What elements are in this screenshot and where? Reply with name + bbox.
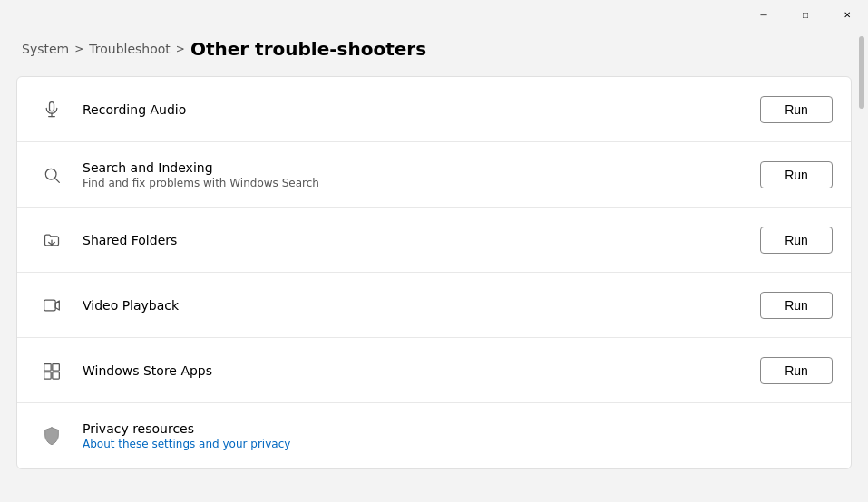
svg-rect-10	[53, 363, 60, 371]
svg-rect-9	[44, 363, 52, 371]
svg-rect-8	[44, 300, 56, 311]
list-item-shared-folders: Shared Folders Run	[17, 208, 851, 273]
list-item-windows-store-apps: Windows Store Apps Run	[17, 338, 851, 403]
list-item-search-indexing: Search and Indexing Find and fix problem…	[17, 142, 851, 208]
list-item-recording-audio: Recording Audio Run	[17, 77, 851, 142]
list-item-privacy: Privacy resources About these settings a…	[17, 403, 851, 468]
page-title: Other trouble-shooters	[190, 38, 426, 60]
svg-rect-11	[44, 372, 52, 379]
run-button-video-playback[interactable]: Run	[760, 292, 833, 319]
microphone-icon	[35, 93, 68, 126]
minimize-button[interactable]: ─	[743, 0, 785, 29]
breadcrumb-sep-1: >	[74, 43, 83, 55]
run-button-search-indexing[interactable]: Run	[760, 161, 833, 188]
svg-rect-0	[50, 101, 54, 111]
item-info-privacy: Privacy resources About these settings a…	[83, 421, 833, 450]
list-item-video-playback: Video Playback Run	[17, 273, 851, 338]
scrollbar-thumb[interactable]	[859, 36, 864, 109]
breadcrumb-troubleshoot[interactable]: Troubleshoot	[89, 42, 171, 56]
breadcrumb-system[interactable]: System	[22, 42, 69, 56]
titlebar: ─ □ ✕	[0, 0, 868, 29]
scrollbar[interactable]	[855, 29, 868, 502]
breadcrumb-sep-2: >	[176, 43, 185, 55]
item-desc-search-indexing: Find and fix problems with Windows Searc…	[83, 177, 760, 189]
item-title-video-playback: Video Playback	[83, 298, 760, 313]
video-icon	[35, 289, 68, 322]
svg-rect-12	[53, 372, 60, 379]
item-info-windows-store-apps: Windows Store Apps	[83, 363, 760, 378]
item-info-search-indexing: Search and Indexing Find and fix problem…	[83, 160, 760, 189]
troubleshooter-list: Recording Audio Run Search and Indexing …	[16, 76, 852, 469]
item-title-shared-folders: Shared Folders	[83, 233, 760, 247]
search-icon	[35, 159, 68, 191]
close-button[interactable]: ✕	[826, 0, 868, 29]
maximize-button[interactable]: □	[785, 0, 826, 29]
store-icon	[35, 354, 68, 387]
run-button-recording-audio[interactable]: Run	[760, 96, 833, 123]
shared-folder-icon	[35, 224, 68, 256]
item-info-video-playback: Video Playback	[83, 298, 760, 313]
item-title-search-indexing: Search and Indexing	[83, 160, 760, 175]
item-title-recording-audio: Recording Audio	[83, 102, 760, 117]
content-area: Recording Audio Run Search and Indexing …	[0, 76, 868, 469]
item-info-shared-folders: Shared Folders	[83, 233, 760, 247]
svg-line-4	[55, 178, 60, 182]
run-button-windows-store-apps[interactable]: Run	[760, 357, 833, 384]
privacy-link[interactable]: About these settings and your privacy	[83, 438, 833, 450]
run-button-shared-folders[interactable]: Run	[760, 227, 833, 254]
shield-icon	[35, 420, 68, 452]
privacy-link-anchor[interactable]: About these settings and your privacy	[83, 438, 290, 450]
svg-point-3	[45, 169, 56, 179]
item-info-recording-audio: Recording Audio	[83, 102, 760, 117]
privacy-title: Privacy resources	[83, 421, 833, 436]
item-title-windows-store-apps: Windows Store Apps	[83, 363, 760, 378]
breadcrumb: System > Troubleshoot > Other trouble-sh…	[0, 29, 868, 76]
